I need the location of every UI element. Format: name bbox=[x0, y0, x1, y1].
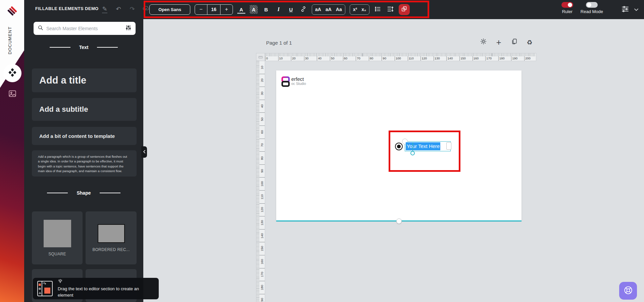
recycle-page-button[interactable]: ♻ bbox=[526, 39, 533, 46]
font-size-value[interactable]: 16 bbox=[207, 5, 220, 14]
text-selection-frame[interactable]: Your Text Here bbox=[405, 141, 451, 151]
link-icon bbox=[300, 6, 306, 13]
bold-button[interactable]: B bbox=[262, 5, 270, 14]
divider bbox=[47, 193, 68, 193]
text-color-button[interactable]: A bbox=[237, 6, 245, 14]
selected-text[interactable]: Your Text Here bbox=[406, 142, 440, 150]
line-spacing-button[interactable] bbox=[386, 5, 394, 14]
document-title: FILLABLE ELEMENTS DEMO bbox=[35, 6, 99, 11]
font-family-select[interactable]: Open Sans bbox=[149, 4, 190, 15]
left-rail: DOCUMENT bbox=[0, 0, 24, 302]
bordered-rect-shape-preview bbox=[98, 224, 125, 243]
image-icon bbox=[8, 93, 17, 99]
read-mode-toggle[interactable] bbox=[586, 2, 598, 8]
highlight-color-button[interactable]: A bbox=[250, 5, 258, 14]
editor-canvas: Page 1 of 1 + bbox=[143, 19, 644, 302]
master-element-square[interactable]: SQUARE bbox=[32, 211, 83, 264]
selected-element-box[interactable]: Your Text Here bbox=[389, 131, 460, 172]
superscript-button[interactable]: x² bbox=[353, 7, 357, 12]
text-section-title: Text bbox=[79, 45, 89, 50]
duplicate-icon bbox=[511, 38, 517, 46]
drag-illustration-icon: ↷ bbox=[37, 281, 53, 296]
pencil-icon: ✎ bbox=[102, 5, 107, 13]
master-element-subtitle[interactable]: Add a subtitle bbox=[32, 98, 137, 121]
toggle-knob bbox=[587, 3, 591, 7]
underline-button[interactable]: U bbox=[287, 5, 295, 14]
subscript-button[interactable]: x₂ bbox=[361, 7, 366, 12]
divider bbox=[100, 193, 120, 193]
filter-icon[interactable] bbox=[125, 24, 132, 32]
drag-hint-tooltip: ↷ Drag the text to editor section to cre… bbox=[33, 278, 159, 299]
sidebar-item-document[interactable]: DOCUMENT bbox=[7, 23, 32, 57]
logo-text-line1: erfect bbox=[291, 76, 306, 82]
grid-flag-icon bbox=[401, 6, 407, 13]
sidebar-item-images[interactable] bbox=[8, 89, 17, 98]
app-red-button[interactable] bbox=[399, 4, 410, 15]
shape-section-header: Shape bbox=[24, 190, 143, 196]
divider bbox=[97, 47, 118, 48]
ruler-horizontal: 0102030405060708090100110120130140150160… bbox=[265, 53, 536, 61]
recycle-icon: ♻ bbox=[527, 39, 532, 46]
undo-icon: ↶ bbox=[116, 5, 121, 13]
gear-icon bbox=[480, 38, 487, 47]
chevron-left-icon bbox=[143, 149, 146, 155]
master-element-content[interactable]: Add a bit of content to template bbox=[32, 127, 137, 145]
lowercase-button[interactable]: aA bbox=[326, 7, 332, 12]
text-cursor-handle[interactable] bbox=[446, 142, 451, 150]
lifebuoy-icon bbox=[623, 285, 633, 296]
read-mode-toggle-label: Read Mode bbox=[581, 9, 603, 14]
view-settings-button[interactable] bbox=[621, 5, 630, 14]
brand-mark-icon bbox=[281, 76, 290, 89]
master-element-paragraph[interactable]: Add a paragraph which is a group of sent… bbox=[32, 150, 137, 177]
text-section-header: Text bbox=[24, 45, 143, 50]
toggle-knob bbox=[568, 3, 572, 7]
add-page-button[interactable]: + bbox=[495, 39, 502, 46]
divider bbox=[50, 47, 70, 48]
redo-icon: ↷ bbox=[130, 5, 135, 13]
sidebar-item-elements[interactable] bbox=[3, 64, 21, 82]
ruler-toggle-group: Ruler bbox=[561, 2, 573, 14]
radio-button[interactable] bbox=[395, 143, 403, 150]
link-button[interactable] bbox=[299, 5, 307, 14]
italic-button[interactable]: I bbox=[275, 5, 283, 14]
page-indicator: Page 1 of 1 bbox=[266, 40, 292, 46]
undo-button[interactable]: ↶ bbox=[114, 5, 122, 13]
brand-logo-icon[interactable] bbox=[6, 5, 18, 18]
bulb-icon bbox=[58, 279, 148, 285]
duplicate-page-button[interactable] bbox=[510, 39, 518, 46]
logo-text-line2: oc Studio bbox=[291, 82, 306, 86]
redo-button[interactable]: ↷ bbox=[128, 5, 136, 13]
ruler-toggle[interactable] bbox=[561, 2, 573, 8]
rename-button[interactable]: ✎ bbox=[101, 5, 109, 13]
bullet-list-button[interactable] bbox=[374, 5, 382, 14]
ruler-horizontal-numbers: 0102030405060708090100110120130140150160… bbox=[265, 56, 536, 61]
document-page[interactable]: erfect oc Studio Your Text Here bbox=[276, 70, 522, 221]
master-elements-panel: Text Add a title Add a subtitle Add a bi… bbox=[24, 19, 143, 302]
font-size-stepper: − 16 + bbox=[195, 4, 233, 15]
line-spacing-icon bbox=[387, 6, 394, 13]
help-button[interactable] bbox=[619, 282, 637, 300]
text-case-group: aA aA Aa bbox=[312, 4, 345, 15]
sidebar-collapse-button[interactable] bbox=[141, 146, 147, 158]
font-size-increase-button[interactable]: + bbox=[220, 5, 233, 14]
chevron-down-icon bbox=[634, 7, 639, 12]
capitalize-button[interactable]: Aa bbox=[336, 7, 342, 12]
uppercase-button[interactable]: aA bbox=[315, 7, 321, 12]
ruler-vertical: 1020304050607080901001101201301401501601… bbox=[256, 61, 265, 302]
read-mode-toggle-group: Read Mode bbox=[581, 2, 603, 14]
ruler-toggle-label: Ruler bbox=[562, 9, 573, 14]
page-settings-button[interactable] bbox=[480, 39, 487, 46]
top-bar: FILLABLE ELEMENTS DEMO ✎ ↶ ↷ bbox=[24, 0, 644, 19]
font-size-decrease-button[interactable]: − bbox=[195, 5, 207, 14]
drag-hint-text: Drag the text to editor section to creat… bbox=[58, 286, 148, 298]
master-element-title[interactable]: Add a title bbox=[32, 68, 137, 92]
radio-dot bbox=[397, 145, 401, 148]
search-input[interactable] bbox=[46, 26, 122, 31]
plus-icon: + bbox=[496, 37, 501, 48]
collapse-toolbar-button[interactable] bbox=[634, 7, 639, 13]
page-resize-handle[interactable] bbox=[396, 218, 402, 224]
master-element-bordered-rect[interactable]: BORDERED REC... bbox=[86, 211, 137, 264]
text-format-toolbar: Open Sans − 16 + A A B I U bbox=[144, 1, 429, 18]
app-root: DOCUMENT bbox=[0, 0, 644, 302]
rotation-handle[interactable] bbox=[410, 151, 415, 155]
